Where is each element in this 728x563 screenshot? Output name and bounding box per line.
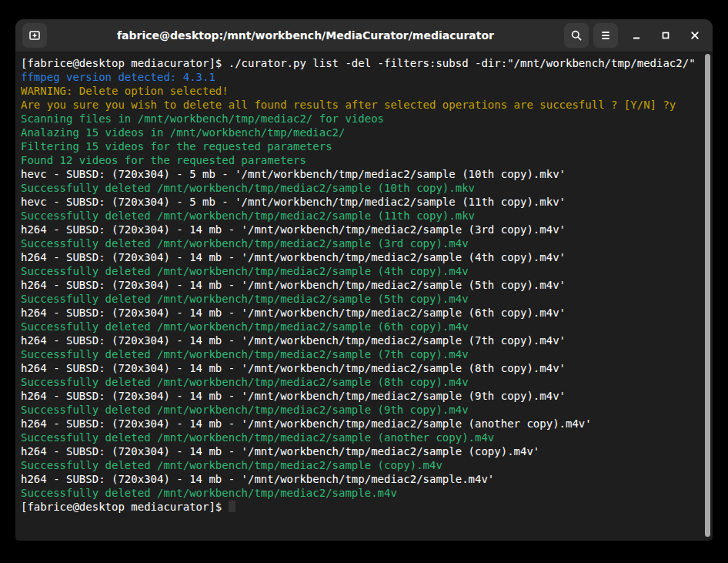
close-icon <box>690 30 700 41</box>
minimize-icon <box>631 30 642 41</box>
terminal-line: Successfully deleted /mnt/workbench/tmp/… <box>21 431 699 444</box>
menu-icon <box>600 31 611 40</box>
terminal-line: ffmpeg version detected: 4.3.1 <box>21 70 699 84</box>
terminal-line: h264 - SUBSD: (720x304) - 14 mb - '/mnt/… <box>21 361 699 375</box>
terminal-line: Successfully deleted /mnt/workbench/tmp/… <box>21 458 699 472</box>
search-icon <box>570 29 583 42</box>
scrollbar-track[interactable] <box>702 52 713 540</box>
terminal-line: h264 - SUBSD: (720x304) - 14 mb - '/mnt/… <box>21 250 699 264</box>
scrollbar-thumb[interactable] <box>705 54 710 537</box>
terminal-line: Successfully deleted /mnt/workbench/tmp/… <box>21 347 699 361</box>
terminal-line: [fabrice@desktop mediacurator]$ <box>21 500 699 514</box>
terminal-line: h264 - SUBSD: (720x304) - 14 mb - '/mnt/… <box>21 444 699 458</box>
terminal-line: Successfully deleted /mnt/workbench/tmp/… <box>21 375 699 389</box>
terminal-line: h264 - SUBSD: (720x304) - 14 mb - '/mnt/… <box>21 306 699 320</box>
terminal-line: Successfully deleted /mnt/workbench/tmp/… <box>21 403 699 417</box>
maximize-icon <box>660 30 671 41</box>
desktop-background: fabrice@desktop:/mnt/workbench/MediaCura… <box>0 0 728 563</box>
close-button[interactable] <box>684 25 706 46</box>
terminal-line: Successfully deleted /mnt/workbench/tmp/… <box>21 181 699 195</box>
new-tab-icon <box>28 29 41 42</box>
menu-button[interactable] <box>593 23 618 48</box>
terminal-cursor <box>229 501 235 512</box>
maximize-button[interactable] <box>655 25 676 46</box>
new-tab-button[interactable] <box>22 23 47 48</box>
terminal-line: WARNING: Delete option selected! <box>21 84 699 98</box>
terminal-line: h264 - SUBSD: (720x304) - 14 mb - '/mnt/… <box>21 278 699 292</box>
terminal-line: hevc - SUBSD: (720x304) - 5 mb - '/mnt/w… <box>21 195 699 209</box>
terminal-line: hevc - SUBSD: (720x304) - 5 mb - '/mnt/w… <box>21 167 699 181</box>
terminal-line: Successfully deleted /mnt/workbench/tmp/… <box>21 264 699 278</box>
terminal-line: Successfully deleted /mnt/workbench/tmp/… <box>21 209 699 223</box>
terminal-window: fabrice@desktop:/mnt/workbench/MediaCura… <box>15 19 713 541</box>
search-button[interactable] <box>564 23 589 48</box>
terminal-line: Analazing 15 videos in /mnt/workbench/tm… <box>21 126 699 139</box>
terminal-line: Are you sure you wish to delete all foun… <box>21 98 699 112</box>
terminal-line: Successfully deleted /mnt/workbench/tmp/… <box>21 236 699 250</box>
window-title: fabrice@desktop:/mnt/workbench/MediaCura… <box>52 29 559 42</box>
window-controls <box>626 25 706 46</box>
terminal-line: h264 - SUBSD: (720x304) - 14 mb - '/mnt/… <box>21 333 699 347</box>
terminal-output: [fabrice@desktop mediacurator]$ ./curato… <box>21 56 699 514</box>
terminal-line: Filtering 15 videos for the requested pa… <box>21 139 699 153</box>
terminal-line: Successfully deleted /mnt/workbench/tmp/… <box>21 320 699 333</box>
minimize-button[interactable] <box>626 25 647 46</box>
terminal-viewport[interactable]: [fabrice@desktop mediacurator]$ ./curato… <box>15 52 713 540</box>
titlebar[interactable]: fabrice@desktop:/mnt/workbench/MediaCura… <box>15 19 713 52</box>
terminal-line: [fabrice@desktop mediacurator]$ ./curato… <box>21 56 699 70</box>
terminal-line: h264 - SUBSD: (720x304) - 14 mb - '/mnt/… <box>21 472 699 486</box>
terminal-line: Successfully deleted /mnt/workbench/tmp/… <box>21 486 699 500</box>
terminal-line: h264 - SUBSD: (720x304) - 14 mb - '/mnt/… <box>21 223 699 236</box>
terminal-line: Found 12 videos for the requested parame… <box>21 153 699 167</box>
terminal-line: h264 - SUBSD: (720x304) - 14 mb - '/mnt/… <box>21 389 699 403</box>
terminal-line: h264 - SUBSD: (720x304) - 14 mb - '/mnt/… <box>21 417 699 431</box>
terminal-line: Scanning files in /mnt/workbench/tmp/med… <box>21 112 699 126</box>
terminal-line: Successfully deleted /mnt/workbench/tmp/… <box>21 292 699 306</box>
